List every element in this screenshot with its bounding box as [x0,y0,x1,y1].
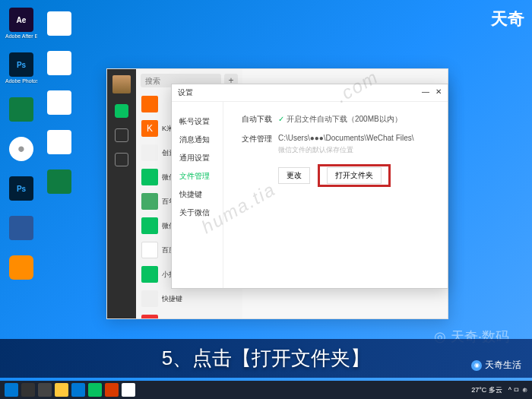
desktop-icon[interactable] [44,130,74,154]
contacts-icon[interactable] [115,128,128,142]
dialog-title: 设置 [178,87,193,98]
settings-menu-general[interactable]: 通用设置 [172,149,223,167]
desktop-icon[interactable]: PsAdobe Photoshop [6,52,36,84]
file-path: C:\Users\●●●\Documents\WeChat Files\ [278,134,437,142]
taskbar-search-icon[interactable] [21,383,35,397]
weather-widget[interactable]: 27°C 多云 [471,385,502,395]
start-button[interactable] [5,383,18,397]
settings-menu: 帐号设置 消息通知 通用设置 文件管理 快捷键 关于微信 [172,102,223,288]
desktop-icon[interactable] [6,255,36,281]
brand-bottom: ◉天奇生活 [471,359,521,372]
settings-menu-account[interactable]: 帐号设置 [172,112,223,131]
auto-download-desc: 开启文件自动下载（200MB以内） [287,115,402,123]
taskbar-app-icon[interactable] [105,383,119,397]
desktop-icons-col1: AeAdobe After Effects 2020 PsAdobe Photo… [6,8,36,281]
checkbox-icon[interactable]: ✓ [278,115,284,123]
settings-menu-files[interactable]: 文件管理 [172,167,223,185]
instruction-banner: 5、点击【打开文件夹】 [0,339,532,378]
taskbar-app-icon[interactable] [122,383,135,397]
desktop-icon[interactable]: AeAdobe After Effects 2020 [6,8,36,39]
minimize-icon[interactable]: — [422,87,429,96]
open-folder-button[interactable]: 打开文件夹 [327,167,382,184]
brand-topright: 天奇 [491,8,524,30]
settings-menu-notify[interactable]: 消息通知 [172,131,223,149]
taskbar-edge-icon[interactable] [71,383,85,397]
wechat-sidebar [107,69,136,318]
desktop-icon[interactable] [6,216,36,242]
chat-item[interactable]: 中国移动和俱乐部 [136,311,242,318]
taskbar-wechat-icon[interactable] [88,383,102,397]
close-icon[interactable]: ✕ [435,87,442,96]
chat-item[interactable]: 快捷键 [136,287,242,311]
desktop-icon[interactable] [44,11,74,36]
desktop-icon[interactable]: Ps [6,176,36,202]
taskbar: 27°C 多云 ^ ㅁ ⊕ [0,381,532,399]
desktop-icons-col2 [44,11,74,194]
auto-download-label: 自动下载 [234,114,272,125]
taskbar-explorer-icon[interactable] [55,383,68,397]
system-tray[interactable]: 27°C 多云 ^ ㅁ ⊕ [471,385,527,395]
desktop-icon[interactable] [6,97,36,123]
settings-menu-about[interactable]: 关于微信 [172,204,223,222]
instruction-text: 5、点击【打开文件夹】 [0,345,532,372]
desktop-icon[interactable] [44,90,74,115]
dialog-titlebar: 设置 —✕ [172,84,448,102]
desktop-icon[interactable] [44,51,74,75]
settings-content: 自动下载 ✓开启文件自动下载（200MB以内） 文件管理 C:\Users\●●… [223,102,448,288]
chat-icon[interactable] [115,104,128,118]
user-avatar[interactable] [112,75,131,93]
path-note: 微信文件的默认保存位置 [278,145,437,155]
desktop-icon[interactable]: ⬤ [6,137,36,163]
favorites-icon[interactable] [115,153,128,166]
desktop-icon[interactable] [44,169,74,194]
settings-dialog: 设置 —✕ 帐号设置 消息通知 通用设置 文件管理 快捷键 关于微信 自动下载 … [171,84,448,289]
change-button[interactable]: 更改 [278,167,310,184]
taskbar-app-icon[interactable] [38,383,52,397]
file-mgmt-label: 文件管理 [234,134,272,155]
settings-menu-shortcut[interactable]: 快捷键 [172,185,223,204]
highlight-annotation: 打开文件夹 [318,164,391,187]
